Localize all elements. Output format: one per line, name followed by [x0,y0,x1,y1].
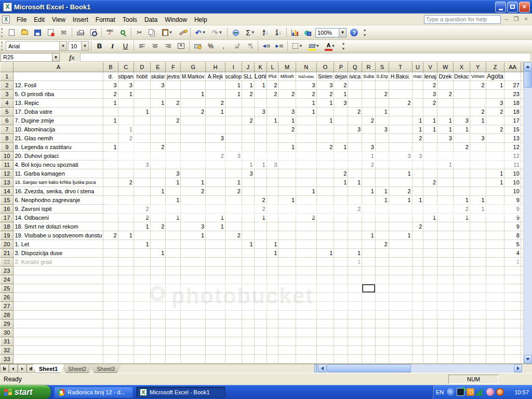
cell-I33[interactable] [225,355,242,364]
hide-icons-chevron-icon[interactable]: ‹ [447,388,455,396]
cell-U11[interactable] [412,161,423,169]
cell-AA6[interactable]: 17 [504,116,521,125]
cell-B13[interactable] [103,178,118,187]
cell-V27[interactable] [423,302,437,311]
scroll-right-button[interactable] [514,364,522,373]
cell-M7[interactable]: 2 [278,125,296,134]
cell-N23[interactable] [296,267,317,275]
cell-O22[interactable] [316,258,334,267]
research-button[interactable] [117,27,129,38]
cell-A21[interactable]: 3. Dispozicija duse [14,249,103,258]
cell-P3[interactable]: 1 [334,90,348,99]
cell-L13[interactable] [267,178,278,187]
cell-H32[interactable] [206,346,225,355]
cell-D21[interactable] [134,249,150,258]
cell-O3[interactable]: 2 [316,90,334,99]
cell-Y9[interactable] [470,143,486,152]
cell-M21[interactable] [278,249,296,258]
cell-Y20[interactable] [470,240,486,249]
cell-L23[interactable] [267,267,278,275]
cell-Z23[interactable] [486,267,504,275]
cell-O17[interactable] [316,214,334,222]
cell-G17[interactable] [181,214,206,222]
cell-B33[interactable] [103,355,118,364]
cell-Q2[interactable] [348,81,362,90]
cell-V31[interactable] [423,337,437,346]
cell-AA28[interactable] [504,311,521,320]
cell-X30[interactable] [453,328,470,337]
cell-H31[interactable] [206,337,225,346]
cell-L7[interactable] [267,125,278,134]
cell-N19[interactable] [296,231,317,240]
cell-V16[interactable] [423,205,437,214]
cell-U13[interactable] [412,178,423,187]
cell-J20[interactable]: 1 [242,240,254,249]
cell-A13[interactable]: 15. Sanjao sam kako krhka ljuska puca [14,178,103,187]
cell-P20[interactable] [334,240,348,249]
cell-X12[interactable] [453,169,470,178]
menu-format[interactable]: Format [92,15,119,25]
cell-G21[interactable] [181,249,206,258]
insert-function-button[interactable]: fx [69,54,75,62]
column-header-T[interactable]: T [389,63,412,72]
cell-Y23[interactable] [470,267,486,275]
language-indicator[interactable]: EN [436,389,444,395]
cell-W28[interactable] [437,311,454,320]
cell-S2[interactable] [375,81,389,90]
workbook-close-icon[interactable]: × [522,16,530,22]
cell-N15[interactable] [296,196,317,205]
cell-K25[interactable] [254,284,267,293]
cell-D20[interactable]: 1 [134,240,150,249]
column-header-Y[interactable]: Y [470,63,486,72]
cell-C29[interactable] [118,320,134,328]
cell-I9[interactable] [225,143,242,152]
cell-AA15[interactable]: 9 [504,196,521,205]
cell-R11[interactable]: 2 [362,161,376,169]
cell-AA3[interactable]: 23 [504,90,521,99]
cell-L15[interactable] [267,196,278,205]
cell-Y11[interactable] [470,161,486,169]
cell-K23[interactable] [254,267,267,275]
fill-color-button[interactable]: ▼ [307,41,322,51]
cell-M25[interactable] [278,284,296,293]
toolbar-options-chevron[interactable]: ▾▾ [362,27,368,38]
cell-F32[interactable] [166,346,181,355]
cell-M24[interactable] [278,275,296,284]
cell-U21[interactable] [412,249,423,258]
formula-input[interactable] [80,53,531,62]
cell-A7[interactable]: 10. Abominacija [14,125,103,134]
cell-H18[interactable]: 1 [206,222,225,231]
name-box-dropdown-icon[interactable]: ▼ [52,53,60,62]
row-header-31[interactable]: 31 [1,337,14,346]
cell-Z13[interactable]: 1 [486,178,504,187]
cell-A26[interactable] [14,293,103,302]
cell-W21[interactable] [437,249,454,258]
cell-Y7[interactable] [470,125,486,134]
cell-N9[interactable] [296,143,317,152]
cell-W15[interactable] [437,196,454,205]
cell-W5[interactable] [437,108,454,116]
cell-F10[interactable] [166,152,181,161]
cell-H1[interactable]: A.Rejk [206,72,225,81]
cell-O28[interactable] [316,311,334,320]
cell-G10[interactable] [181,152,206,161]
row-header-12[interactable]: 12 [1,169,14,178]
cell-X8[interactable] [453,134,470,143]
cell-Y14[interactable] [470,187,486,196]
cell-N25[interactable] [296,284,317,293]
cell-U26[interactable] [412,293,423,302]
row-header-27[interactable]: 27 [1,302,14,311]
cell-K27[interactable] [254,302,267,311]
cell-A6[interactable]: 7. Dugine zmije [14,116,103,125]
cell-U17[interactable] [412,214,423,222]
cell-Q22[interactable]: 1 [348,258,362,267]
cell-U7[interactable]: 1 [412,125,423,134]
cell-Z2[interactable]: 1 [486,81,504,90]
cell-E26[interactable] [150,293,166,302]
cell-G14[interactable]: 2 [181,187,206,196]
cell-G8[interactable] [181,134,206,143]
cell-D19[interactable] [134,231,150,240]
cell-X31[interactable] [453,337,470,346]
cell-M19[interactable] [278,231,296,240]
cell-S32[interactable] [375,346,389,355]
